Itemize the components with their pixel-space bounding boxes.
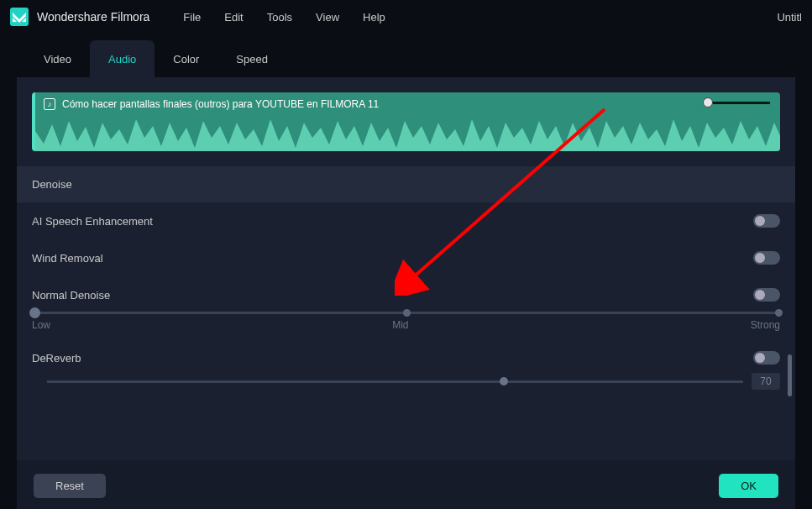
wind-removal-label: Wind Removal [32, 252, 103, 265]
clip-header: ♪ Cómo hacer pantallas finales (outros) … [35, 92, 780, 116]
menu-tools[interactable]: Tools [267, 11, 292, 24]
normal-denoise-slider-wrap: Low Mid Strong [17, 312, 795, 339]
normal-denoise-label: Normal Denoise [32, 289, 110, 302]
ok-button[interactable]: OK [719, 474, 778, 498]
dereverb-value[interactable]: 70 [752, 373, 780, 390]
ai-speech-row: AI Speech Enhancement [17, 202, 795, 239]
tab-audio[interactable]: Audio [90, 40, 155, 77]
menu-help[interactable]: Help [363, 11, 385, 24]
fade-overlay [17, 452, 795, 460]
tab-row: Video Audio Color Speed [17, 40, 795, 77]
scrollbar-thumb[interactable] [788, 354, 792, 396]
dereverb-slider-thumb[interactable] [500, 377, 508, 386]
footer: Reset OK [17, 460, 795, 509]
app-name: Wondershare Filmora [37, 10, 149, 24]
normal-denoise-toggle[interactable] [753, 288, 780, 302]
slider-tick-mid [403, 309, 411, 317]
title-bar: Wondershare Filmora File Edit Tools View… [0, 0, 812, 34]
scrub-handle-icon[interactable] [703, 97, 713, 108]
inspector-panel: Video Audio Color Speed ♪ Cómo hacer pan… [17, 40, 795, 460]
menu-edit[interactable]: Edit [224, 11, 243, 24]
menu-bar: File Edit Tools View Help [183, 11, 385, 24]
dereverb-label: DeReverb [32, 352, 81, 365]
document-title: Untitl [777, 11, 802, 24]
wind-removal-row: Wind Removal [17, 239, 795, 276]
slider-label-mid: Mid [392, 319, 408, 331]
slider-label-low: Low [32, 319, 50, 331]
ai-speech-toggle[interactable] [753, 214, 780, 228]
slider-label-strong: Strong [751, 319, 780, 331]
ai-speech-label: AI Speech Enhancement [32, 215, 153, 228]
slider-labels: Low Mid Strong [32, 319, 780, 331]
wind-removal-toggle[interactable] [753, 251, 780, 265]
dereverb-toggle[interactable] [753, 351, 780, 365]
clip-scrub[interactable] [703, 97, 770, 108]
scrub-track [713, 102, 770, 104]
clip-title: Cómo hacer pantallas finales (outros) pa… [62, 98, 379, 110]
app-logo-icon [10, 8, 29, 26]
tab-speed[interactable]: Speed [217, 40, 286, 77]
slider-thumb[interactable] [29, 307, 40, 318]
tab-color[interactable]: Color [155, 40, 217, 77]
audio-clip[interactable]: ♪ Cómo hacer pantallas finales (outros) … [32, 92, 780, 151]
tab-video[interactable]: Video [25, 40, 90, 77]
dereverb-row: DeReverb [17, 339, 795, 370]
waveform-icon [35, 114, 780, 151]
reset-button[interactable]: Reset [34, 474, 106, 498]
music-note-icon: ♪ [44, 98, 55, 110]
audio-tab-content: ♪ Cómo hacer pantallas finales (outros) … [17, 77, 795, 460]
menu-file[interactable]: File [183, 11, 201, 24]
normal-denoise-row: Normal Denoise [17, 276, 795, 305]
dereverb-slider[interactable] [47, 380, 743, 383]
slider-tick-end [775, 309, 783, 317]
dereverb-slider-row: 70 [17, 370, 795, 393]
menu-view[interactable]: View [316, 11, 339, 24]
denoise-section-header[interactable]: Denoise [17, 166, 795, 202]
normal-denoise-slider[interactable] [32, 312, 780, 314]
